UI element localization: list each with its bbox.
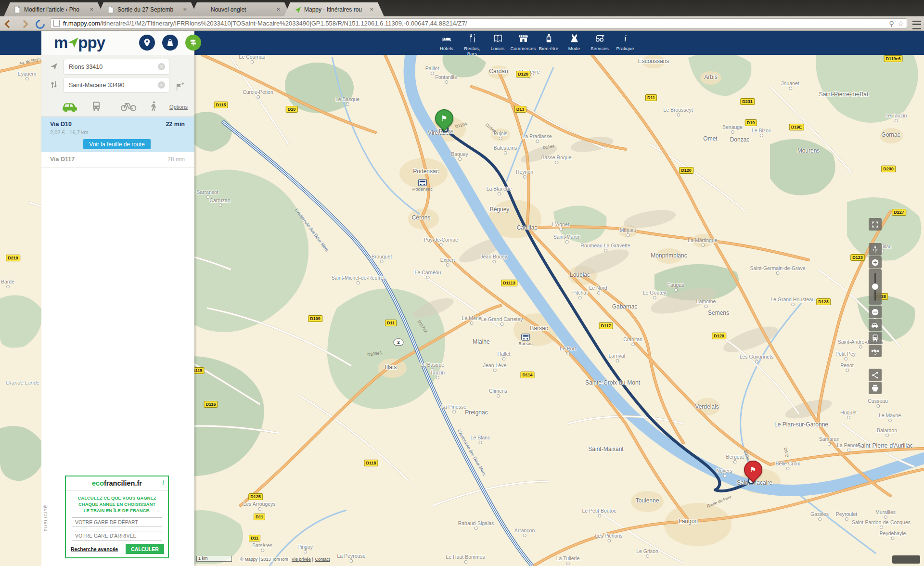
road-shield: D219 [6,255,20,261]
traffic-toggle-button[interactable] [869,319,882,331]
map-hamlet-label: Roumeau La Gravette [580,243,630,248]
map-hamlet-label: Climens [489,388,507,394]
ad-arrival-input[interactable] [72,531,162,540]
address-bar[interactable]: fr.mappy.com/itineraire#/1/M2/TItinerary… [50,18,907,28]
browser-menu-icon[interactable] [912,21,921,29]
back-button[interactable] [6,20,12,29]
mode-car-icon[interactable] [62,101,79,114]
places-button[interactable] [139,35,155,51]
map-town-label: Le Pian-sur-Garonne [774,421,828,428]
ad-calculate-button[interactable]: CALCULER [126,544,164,554]
clear-departure-icon[interactable]: × [158,63,165,70]
zoom-slider-handle[interactable] [872,283,878,290]
add-waypoint-icon[interactable] [174,82,185,92]
fullscreen-button[interactable] [869,218,882,231]
mode-walk-icon[interactable] [151,101,157,114]
forward-button[interactable] [21,20,27,29]
road-shield: D116 [204,401,218,408]
header-nav-bien-tre[interactable]: Bien-être [535,33,562,51]
road-shield: D11 [254,514,265,520]
map-hamlet-label: L'Agnet [552,221,569,227]
map-hamlet-label: Jouanet [781,80,799,86]
map-hamlet-label: Noyers [716,468,732,474]
arrival-input[interactable] [68,81,158,89]
header-nav-pratique[interactable]: iPratique [612,33,639,51]
mode-bike-icon[interactable] [120,101,137,114]
route-option-selected[interactable]: Via D10 22 min 2,02 € - 16,7 km Voir la … [41,117,194,152]
satellite-toggle-button[interactable] [869,345,882,357]
map-hamlet-label: Carruzan [209,197,230,203]
transit-toggle-button[interactable] [869,332,882,344]
ad-info-icon[interactable]: i [162,479,164,487]
tab-close-icon[interactable]: × [369,6,374,13]
flag-icon: ⚑ [750,465,756,474]
map-town-label: Sainte-Croix-du-Mont [585,379,640,386]
map-hamlet-label: Bergeat [726,454,744,460]
road-shield: D19E [789,124,804,130]
map-hamlet-label: Le Petit Boutoc [582,508,616,514]
map-hamlet-label: Le Blanc [471,435,490,440]
browser-tab[interactable]: Mappy - Itinéraires rou× [284,2,384,16]
search-icon[interactable]: ⚲ [889,20,894,27]
dress-icon [561,33,588,45]
page-favicon [200,6,208,13]
zoom-in-button[interactable] [869,256,882,269]
map-hamlet-label: Basse Roque [541,154,571,160]
nav-label: Hôtels [433,46,460,51]
map-hamlet-label: Baquey [451,151,468,157]
header-nav-mode[interactable]: Mode [561,33,588,51]
tab-close-icon[interactable]: × [275,6,281,13]
header-nav-services[interactable]: Services [586,33,613,51]
header-nav-h-tels[interactable]: Hôtels [433,33,460,51]
ad-advanced-search-link[interactable]: Recherche avancée [71,546,118,552]
map-hamlet-label: Le Basque [420,362,444,368]
url-text[interactable]: fr.mappy.com/itineraire#/1/M2/TItinerary… [63,20,885,27]
header-nav-loisirs[interactable]: Loisirs [484,33,511,51]
mappy-favicon [294,6,301,13]
map-hamlet-label: La Peyrouse [337,553,366,559]
print-toggle-button[interactable] [869,382,882,394]
browser-tab[interactable]: Modifier l'article ‹ Pho× [4,2,104,16]
tab-close-icon[interactable]: × [182,6,188,13]
ad-brand[interactable]: ecofrancilien.fr [92,479,142,487]
route-time: 22 min [166,121,185,128]
nav-label: Loisirs [484,46,511,51]
options-link[interactable]: Options [169,104,188,110]
header-nav-restos-bars[interactable]: Restos, Bars [459,33,486,56]
map-hamlet-label: La Pradiasse [522,133,552,139]
map-corner-widget[interactable] [892,555,920,564]
departure-input[interactable] [68,63,158,71]
junction-toggle-button[interactable] [869,243,882,256]
shopping-button[interactable] [162,35,178,51]
route-name: Via D10 [50,121,72,128]
header-nav-commerces[interactable]: Commerces [510,33,537,51]
roadbook-button[interactable]: Voir la feuille de route [83,139,151,149]
share-toggle-button[interactable] [869,369,882,381]
map-hamlet-label: Samaran [819,436,840,442]
tab-close-icon[interactable]: × [89,6,94,13]
itinerary-button[interactable] [185,35,201,51]
zoom-out-button[interactable] [869,306,882,318]
map-town-label: Preignac [465,409,488,416]
map-hamlet-label: La Tuilerie [556,555,579,561]
departure-field-row: × [64,59,169,75]
ad-departure-input[interactable] [72,517,162,527]
road-shield: D114 [520,372,534,378]
zoom-slider-button[interactable] [869,269,882,305]
bookmark-star-icon[interactable]: ☆ [898,20,904,27]
road-shield: D230 [881,166,896,172]
contact-link[interactable]: Contact [315,557,330,562]
swap-icon[interactable] [49,80,59,90]
route-option-alt[interactable]: Via D117 28 min [41,152,194,167]
clear-arrival-icon[interactable]: × [158,81,165,89]
mode-bus-icon[interactable] [91,101,101,114]
privacy-link[interactable]: Vie privée [292,557,311,562]
browser-tab[interactable]: Sortie du 27 Septemb× [97,2,197,16]
page-icon [53,20,60,27]
highway-exit-badge: 2 [393,339,403,346]
map-town-label: Cérons [412,214,431,221]
mappy-logo[interactable]: mppy [54,34,105,52]
browser-tab[interactable]: Nouvel onglet× [191,2,291,16]
road-shield: D125 [248,493,263,500]
reload-button[interactable] [34,18,47,31]
